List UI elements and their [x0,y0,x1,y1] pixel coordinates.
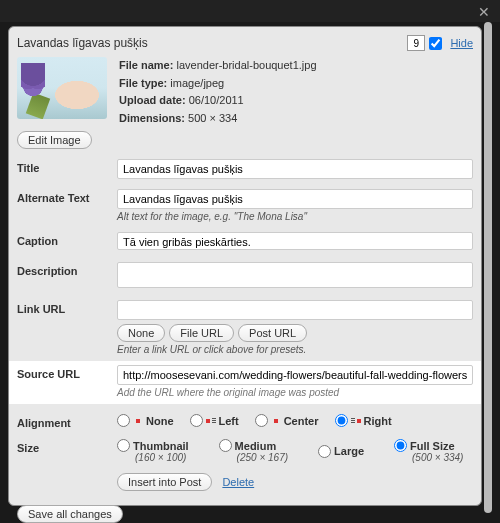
thumbnail-image [17,57,107,119]
align-none-icon [133,418,143,424]
alt-label: Alternate Text [17,189,117,204]
linkurl-input[interactable] [117,300,473,320]
order-input[interactable] [407,35,425,51]
align-left-icon [206,418,216,424]
linkurl-hint: Enter a link URL or click above for pres… [117,344,473,355]
insert-post-button[interactable]: Insert into Post [117,473,212,491]
alt-hint: Alt text for the image, e.g. "The Mona L… [117,211,473,222]
alt-input[interactable] [117,189,473,209]
edit-image-button[interactable]: Edit Image [17,131,92,149]
title-input[interactable] [117,159,473,179]
align-center-icon [271,418,281,424]
linkurl-post-button[interactable]: Post URL [238,324,307,342]
item-title: Lavandas līgavas pušķis [17,36,148,50]
align-right-icon [351,418,361,424]
size-full-option[interactable]: Full Size [394,439,463,452]
source-input[interactable] [117,365,473,385]
linkurl-none-button[interactable]: None [117,324,165,342]
linkurl-label: Link URL [17,300,117,315]
source-hint: Add the URL where the original image was… [117,387,473,398]
hide-link[interactable]: Hide [450,37,473,49]
caption-input[interactable]: Tā vien gribās pieskārties. [117,232,473,250]
align-right-option[interactable]: Right [335,414,392,427]
title-label: Title [17,162,39,174]
file-meta: File name: lavender-bridal-bouquet1.jpg … [119,57,317,127]
toggle-checkbox[interactable] [429,37,442,50]
align-center-option[interactable]: Center [255,414,319,427]
alignment-label: Alignment [17,414,117,429]
caption-label: Caption [17,232,117,247]
save-all-button[interactable]: Save all changes [17,505,123,523]
align-left-option[interactable]: Left [190,414,239,427]
source-label: Source URL [17,365,117,380]
delete-link[interactable]: Delete [222,476,254,488]
size-medium-option[interactable]: Medium [219,439,288,452]
size-label: Size [17,439,117,454]
description-label: Description [17,262,117,277]
size-thumbnail-option[interactable]: Thumbnail [117,439,189,452]
linkurl-file-button[interactable]: File URL [169,324,234,342]
description-input[interactable] [117,262,473,288]
scrollbar[interactable] [484,22,492,513]
media-edit-panel: Lavandas līgavas pušķis Hide File name: … [8,26,482,506]
size-large-option[interactable]: Large [318,445,364,458]
close-icon[interactable]: ✕ [478,4,490,20]
align-none-option[interactable]: None [117,414,174,427]
